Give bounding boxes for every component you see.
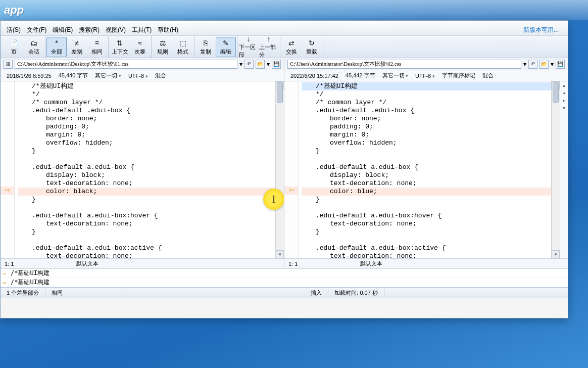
code-line[interactable]: }	[302, 196, 551, 204]
toolbar-相同-button[interactable]: =相同	[87, 37, 107, 57]
toolbar-次要-button[interactable]: ≈次要	[130, 37, 150, 57]
scroll-down-icon[interactable]: ▾	[552, 250, 560, 258]
code-line[interactable]: /*基础UI构建	[302, 82, 551, 90]
sync-line[interactable]: ⇦/*基础UI构建	[1, 278, 568, 287]
code-line[interactable]: /* common layer */	[18, 99, 275, 107]
nav-next-icon[interactable]: ▸	[563, 98, 565, 103]
code-line[interactable]	[18, 236, 275, 244]
toolbar-重载-button[interactable]: ↻重载	[302, 37, 322, 57]
code-line[interactable]: */	[302, 90, 551, 99]
code-line[interactable]: /*基础UI构建	[18, 82, 275, 90]
code-line[interactable]: .edui-default a.edui-box {	[18, 163, 275, 171]
code-line[interactable]: .edui-default a.edui-box:hover {	[302, 212, 551, 220]
toolbar-交换-button[interactable]: ⇄交换	[281, 37, 302, 57]
code-line[interactable]: .edui-default .edui-box {	[18, 107, 275, 115]
toolbar-会话-button[interactable]: 🗂会话	[24, 37, 44, 57]
code-line[interactable]: }	[302, 228, 551, 236]
toolbar-差别-button[interactable]: ≠差别	[67, 37, 87, 57]
code-line[interactable]	[302, 204, 551, 212]
code-line[interactable]: border: none;	[18, 115, 275, 123]
toolbar-下一区段-button[interactable]: ↓下一区段	[238, 37, 259, 57]
toolbar-编辑-button[interactable]: ✎编辑	[216, 37, 236, 57]
code-line[interactable]: text-decoration: none;	[302, 252, 551, 258]
nav-prev-icon[interactable]: ◂	[563, 90, 565, 96]
dropdown-icon[interactable]: ▾	[239, 61, 242, 68]
sync-line[interactable]: ⇨/*基础UI构建	[1, 269, 568, 278]
toolbar-格式-button[interactable]: ⬚格式	[173, 37, 193, 57]
toolbar-icon: ⇄	[287, 38, 296, 48]
code-line[interactable]: }	[18, 228, 275, 236]
code-line[interactable]: text-decoration: none;	[18, 220, 275, 228]
menu-item[interactable]: 文件(F)	[24, 24, 50, 36]
code-line[interactable]	[302, 155, 551, 163]
history-back-icon[interactable]: ↶	[528, 60, 537, 69]
toolbar-上一部分-button[interactable]: ↑上一部分	[259, 37, 279, 57]
right-code[interactable]: /*基础UI构建*//* common layer */.edui-defaul…	[299, 81, 551, 258]
menu-item[interactable]: 视图(V)	[103, 24, 129, 36]
dropdown-icon[interactable]: ▾	[267, 61, 270, 68]
code-line[interactable]: text-decoration: none;	[302, 179, 551, 188]
code-line[interactable]: text-decoration: none;	[302, 220, 551, 228]
code-line[interactable]: .edui-default a.edui-box {	[302, 163, 551, 171]
code-line[interactable]: overflow: hidden;	[302, 139, 551, 147]
code-line[interactable]: .edui-default a.edui-box:active {	[302, 244, 551, 252]
code-line[interactable]: margin: 0;	[302, 131, 551, 139]
menu-item[interactable]: 帮助(H)	[155, 24, 181, 36]
code-line[interactable]: margin: 0;	[18, 131, 275, 139]
toolbar-上下文-button[interactable]: ⇅上下文	[110, 37, 130, 57]
extra-dropdown[interactable]: 其它一切	[95, 72, 121, 79]
toolbar-复制-button[interactable]: ⎘复制	[195, 37, 216, 57]
code-line[interactable]: .edui-default a.edui-box:active {	[18, 244, 275, 252]
code-line[interactable]: border: none;	[302, 115, 551, 123]
code-line[interactable]: text-decoration: none;	[18, 252, 275, 258]
code-line[interactable]: .edui-default .edui-box {	[302, 107, 551, 115]
code-line[interactable]: .edui-default a.edui-box:hover {	[18, 212, 275, 220]
open-folder-icon[interactable]: 📂	[540, 60, 549, 69]
nav-down-icon[interactable]: ▾	[563, 105, 565, 111]
code-line[interactable]: color: blue;	[302, 188, 551, 196]
menu-item[interactable]: 编辑(E)	[50, 24, 76, 36]
code-line[interactable]: padding: 0;	[302, 123, 551, 131]
code-line[interactable]: */	[18, 90, 275, 99]
code-line[interactable]: }	[302, 147, 551, 155]
code-line[interactable]: }	[18, 147, 275, 155]
expand-icon[interactable]: ⊞	[4, 60, 13, 69]
code-line[interactable]: /* common layer */	[302, 99, 551, 107]
save-icon[interactable]: 💾	[272, 60, 281, 69]
toolbar-规则-button[interactable]: ⚖规则	[153, 37, 173, 57]
scroll-thumb[interactable]	[277, 82, 283, 103]
scroll-thumb[interactable]	[553, 82, 559, 103]
menu-item[interactable]: 搜索(R)	[76, 24, 103, 36]
encoding-dropdown[interactable]: UTF-8	[415, 73, 435, 79]
open-folder-icon[interactable]: 📂	[256, 60, 265, 69]
left-scrollbar[interactable]: ▴ ▾	[275, 81, 284, 258]
code-line[interactable]	[302, 236, 551, 244]
nav-top-icon[interactable]: ▴	[563, 82, 565, 88]
code-line[interactable]: padding: 0;	[18, 123, 275, 131]
left-code[interactable]: /*基础UI构建*//* common layer */.edui-defaul…	[15, 81, 275, 258]
new-version-link[interactable]: 新版本可用...	[520, 24, 562, 36]
encoding-dropdown[interactable]: UTF-8	[128, 73, 148, 79]
code-line[interactable]	[18, 155, 275, 163]
dropdown-icon[interactable]: ▾	[523, 61, 526, 68]
right-scrollbar[interactable]: ▴ ▾	[551, 81, 560, 258]
code-line[interactable]: display: block;	[302, 171, 551, 179]
code-line[interactable]: display: block;	[18, 171, 275, 179]
code-line[interactable]: }	[18, 196, 275, 204]
dropdown-icon[interactable]: ▾	[551, 61, 554, 68]
history-back-icon[interactable]: ↶	[244, 60, 254, 69]
menu-item[interactable]: 活(S)	[4, 24, 24, 36]
toolbar-全部-button[interactable]: *全部	[46, 37, 67, 57]
file-size: 45,440 字节	[59, 72, 88, 79]
toolbar-页-button[interactable]: 📄页	[4, 37, 24, 57]
code-line[interactable]: text-decoration: none;	[18, 179, 275, 188]
save-icon[interactable]: 💾	[556, 60, 565, 69]
scroll-down-icon[interactable]: ▾	[276, 250, 284, 258]
menu-item[interactable]: 工具(T)	[129, 24, 155, 36]
extra-dropdown[interactable]: 其它一切	[382, 72, 409, 79]
left-path-input[interactable]	[15, 60, 237, 69]
code-line[interactable]: overflow: hidden;	[18, 139, 275, 147]
right-path-input[interactable]	[287, 60, 521, 69]
code-line[interactable]: color: black;	[18, 188, 275, 196]
code-line[interactable]	[18, 204, 275, 212]
